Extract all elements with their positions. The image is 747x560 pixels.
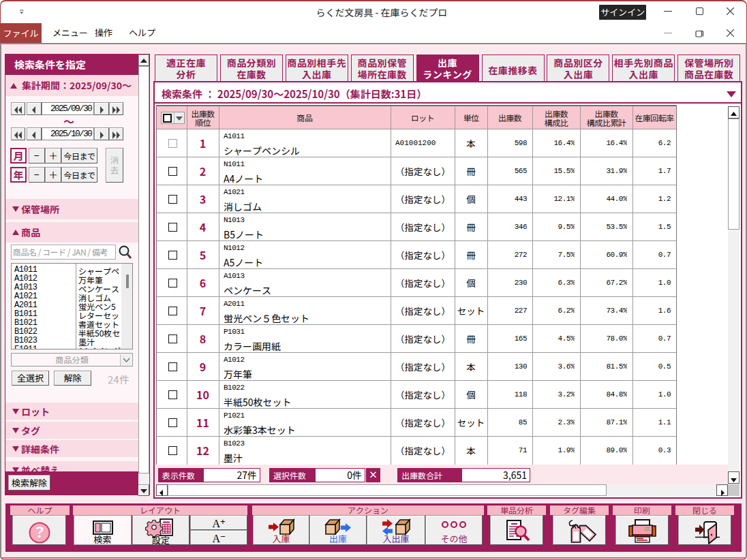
svg-text:？: ？ [33, 521, 47, 542]
